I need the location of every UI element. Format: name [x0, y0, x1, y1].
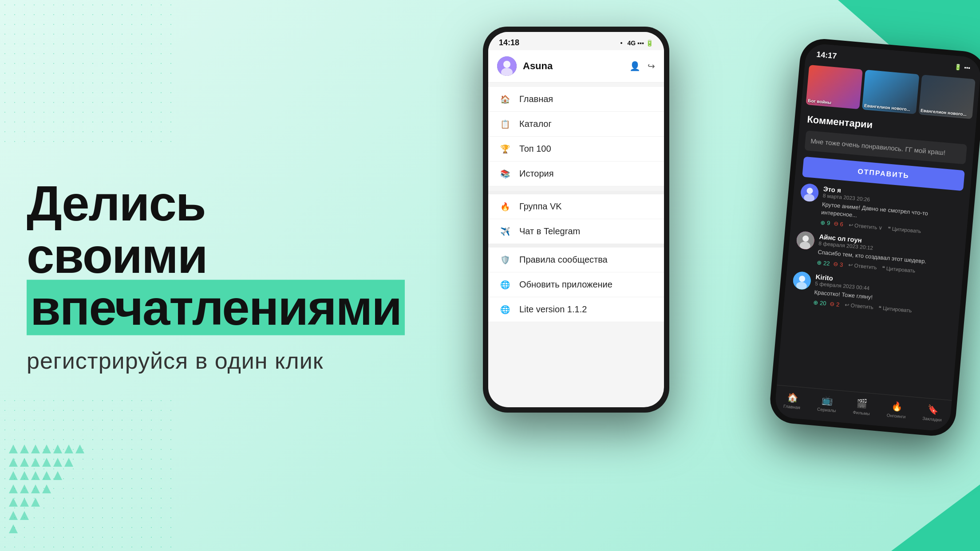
menu-item-top100[interactable]: 🏆 Топ 100: [488, 137, 664, 161]
phone-2-screen: 14:17 🔋 ▪▪▪ Бог войны Евангелион нового.…: [774, 43, 980, 432]
nav-serials-label: Сериалы: [817, 407, 836, 413]
downvote-count[interactable]: ⊖ 6: [834, 220, 844, 228]
battery-icon: 🔋: [954, 63, 962, 71]
menu-header-icons: 👤 ↪: [629, 61, 655, 71]
svg-marker-4: [53, 445, 62, 453]
svg-marker-22: [9, 498, 18, 507]
home-icon: 🏠: [499, 94, 511, 104]
quote-link-3[interactable]: ❝ Цитировать: [878, 305, 912, 314]
comment-3-votes: ⊕ 20 ⊖ 2: [813, 299, 840, 308]
lite-icon: 🌐: [499, 305, 511, 315]
upvote-count-2[interactable]: ⊕ 22: [817, 259, 830, 267]
phone2-time: 14:17: [816, 50, 837, 61]
svg-marker-27: [9, 524, 18, 533]
menu-label-home: Главная: [519, 94, 553, 104]
comment-1-votes: ⊕ 9 ⊖ 6: [820, 219, 844, 228]
main-title: Делись своими впечатлениями: [27, 177, 346, 334]
nav-films-icon: 🎬: [856, 398, 868, 409]
signal-icon: ▪▪▪: [964, 64, 971, 71]
svg-marker-20: [31, 484, 40, 493]
svg-marker-16: [42, 471, 51, 480]
reply-link[interactable]: ↩ Ответить ∨: [848, 222, 883, 231]
nav-films[interactable]: 🎬 Фильмы: [853, 398, 871, 416]
comment-3-body: Kirito 5 февраля 2023 00:44 Красотко! То…: [813, 273, 955, 318]
menu-label-catalog: Каталог: [519, 119, 552, 129]
comment-2: Айнс ол гоун 8 февраля 2023 20:12 Спасиб…: [794, 231, 958, 278]
phone-1-device: 14:18 4G ▪▪▪ 🔋: [483, 27, 669, 413]
comment-3: Kirito 5 февраля 2023 00:44 Красотко! То…: [791, 271, 955, 318]
nav-home-icon: 🏠: [786, 392, 798, 403]
svg-marker-8: [20, 458, 29, 467]
globe-icon: 🌐: [499, 280, 511, 290]
dots-pattern-top: [0, 0, 178, 142]
comment-1-body: Это я 8 марта 2023 20:26 Крутое аниме! Д…: [820, 185, 963, 238]
svg-marker-0: [9, 445, 18, 453]
downvote-count-3[interactable]: ⊖ 2: [830, 300, 840, 308]
phone-1-screen: 14:18 4G ▪▪▪ 🔋: [488, 32, 664, 407]
phones-container: 14:18 4G ▪▪▪ 🔋: [447, 18, 980, 532]
thumbnail-3[interactable]: Евангелион нового...: [918, 75, 976, 119]
nav-serials[interactable]: 📺 Сериалы: [817, 394, 838, 413]
menu-item-update[interactable]: 🌐 Обновить приложение: [488, 272, 664, 297]
svg-marker-9: [31, 458, 40, 467]
svg-marker-25: [9, 511, 18, 520]
logout-icon[interactable]: ↪: [648, 61, 655, 71]
nav-ongoing-label: Онгоинги: [886, 413, 905, 419]
comments-section: Комментарии Мне тоже очень понравилось. …: [783, 108, 976, 331]
menu-item-vk[interactable]: 🔥 Группа VK: [488, 194, 664, 219]
menu-item-history[interactable]: 📚 История: [488, 161, 664, 186]
profile-icon[interactable]: 👤: [629, 61, 640, 71]
thumbnail-1[interactable]: Бог войны: [806, 65, 863, 109]
menu-item-catalog[interactable]: 📋 Каталог: [488, 112, 664, 137]
svg-marker-24: [31, 498, 40, 507]
nav-home[interactable]: 🏠 Главная: [783, 391, 802, 410]
menu-item-home[interactable]: 🏠 Главная: [488, 87, 664, 112]
menu-items-list: 🏠 Главная 📋 Каталог 🏆 Топ 100 📚 История: [488, 83, 664, 191]
menu-username: Asuna: [523, 60, 553, 72]
svg-marker-17: [53, 471, 62, 480]
phone1-status-bar: 14:18 4G ▪▪▪ 🔋: [488, 32, 664, 50]
svg-marker-1: [20, 445, 29, 453]
nav-ongoing-icon: 🔥: [891, 401, 903, 412]
triangle-decorations: [9, 445, 133, 542]
svg-marker-18: [9, 484, 18, 493]
svg-marker-21: [42, 484, 51, 493]
menu-header-left: Asuna: [497, 56, 553, 76]
reply-link-3[interactable]: ↩ Ответить: [845, 302, 874, 311]
menu-item-telegram[interactable]: ✈️ Чат в Telegram: [488, 219, 664, 244]
comment-input-text: Мне тоже очень понравилось. ГГ мой краш!: [810, 136, 961, 159]
nav-bookmarks[interactable]: 🔖 Закладки: [922, 403, 943, 422]
trophy-icon: 🏆: [499, 144, 511, 154]
thumbnail-2[interactable]: Евангелион нового...: [862, 70, 919, 114]
quote-link[interactable]: ❝ Цитировать: [888, 225, 921, 234]
svg-marker-6: [75, 445, 84, 453]
subtitle: регистрируйся в один клик: [27, 347, 346, 374]
comment-3-avatar: [792, 271, 811, 290]
phone1-status-icons: 4G ▪▪▪ 🔋: [617, 39, 653, 47]
menu-label-telegram: Чат в Telegram: [519, 226, 580, 236]
menu-label-update: Обновить приложение: [519, 279, 612, 290]
upvote-count-3[interactable]: ⊕ 20: [813, 299, 826, 307]
svg-marker-26: [20, 511, 29, 520]
left-content-area: Делись своими впечатлениями регистрируйс…: [27, 177, 346, 374]
phone1-time: 14:18: [499, 38, 519, 47]
reply-link-2[interactable]: ↩ Ответить: [848, 262, 877, 271]
svg-marker-23: [20, 498, 29, 507]
bottom-nav: 🏠 Главная 📺 Сериалы 🎬 Фильмы 🔥 Онгоинги …: [774, 385, 952, 432]
nav-serials-icon: 📺: [822, 394, 834, 406]
menu-label-lite: Lite version 1.1.2: [519, 304, 587, 315]
telegram-icon: ✈️: [499, 227, 511, 236]
svg-marker-15: [31, 471, 40, 480]
phone2-status-icons: 🔋 ▪▪▪: [954, 63, 971, 71]
upvote-count[interactable]: ⊕ 9: [820, 219, 830, 227]
menu-item-lite[interactable]: 🌐 Lite version 1.1.2: [488, 297, 664, 322]
menu-divider-2: [488, 244, 664, 248]
menu-item-rules[interactable]: 🛡️ Правила сообщества: [488, 248, 664, 272]
nav-films-label: Фильмы: [853, 410, 870, 416]
quote-link-2[interactable]: ❝ Цитировать: [882, 265, 916, 274]
fire-icon: 🔥: [499, 202, 511, 212]
comment-2-avatar: [796, 231, 815, 250]
downvote-count-2[interactable]: ⊖ 3: [833, 260, 843, 268]
menu-divider: [488, 191, 664, 194]
nav-ongoing[interactable]: 🔥 Онгоинги: [886, 400, 907, 419]
